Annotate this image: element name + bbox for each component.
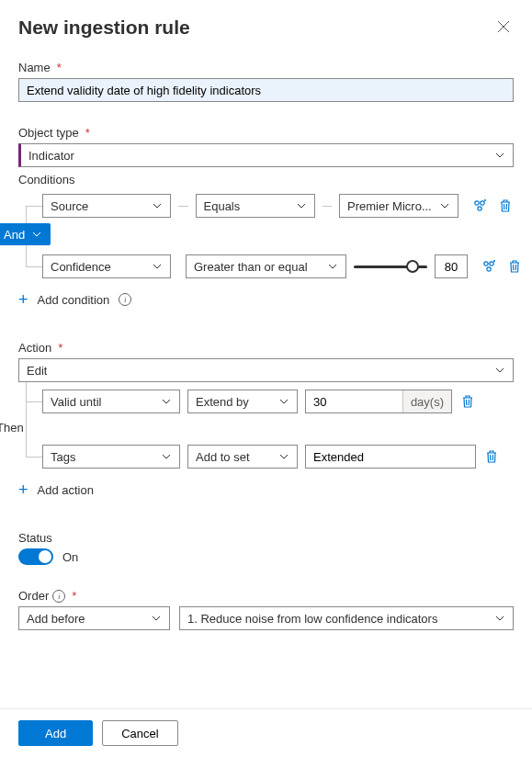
action-value-input[interactable]: day(s)	[305, 390, 452, 413]
svg-point-1	[481, 201, 484, 205]
svg-point-5	[487, 267, 491, 271]
group-icon[interactable]	[471, 198, 488, 214]
add-button[interactable]: Add	[18, 720, 93, 746]
order-reference-select[interactable]: 1. Reduce noise from low confidence indi…	[179, 606, 514, 630]
chevron-down-icon	[296, 200, 307, 211]
add-action-button[interactable]: + Add action	[18, 481, 514, 498]
svg-point-2	[478, 207, 481, 210]
delete-icon[interactable]	[497, 198, 514, 214]
plus-icon: +	[18, 291, 28, 308]
action-mode-select[interactable]: Extend by	[187, 390, 298, 413]
chevron-down-icon	[32, 232, 41, 237]
order-label: Order i *	[18, 589, 514, 603]
action-field-select[interactable]: Tags	[42, 445, 180, 469]
status-toggle[interactable]	[18, 548, 53, 565]
object-type-label: Object type*	[18, 126, 514, 140]
confidence-value-input[interactable]	[435, 254, 468, 278]
chevron-down-icon	[439, 200, 450, 211]
action-select[interactable]: Edit	[18, 358, 514, 382]
svg-point-0	[475, 201, 479, 205]
info-icon[interactable]: i	[119, 293, 131, 306]
action-field-select[interactable]: Valid until	[42, 390, 180, 413]
close-icon	[497, 20, 510, 33]
info-icon[interactable]: i	[52, 590, 65, 603]
svg-point-4	[490, 262, 493, 266]
chevron-down-icon	[327, 261, 338, 272]
condition-operator-select[interactable]: Equals	[196, 194, 315, 218]
chevron-down-icon	[494, 365, 505, 376]
condition-value-select[interactable]: Premier Micro...	[339, 194, 458, 218]
condition-field-select[interactable]: Confidence	[42, 254, 171, 278]
cancel-button[interactable]: Cancel	[102, 720, 177, 746]
status-value: On	[62, 550, 78, 564]
name-input[interactable]	[18, 78, 514, 102]
group-icon[interactable]	[481, 258, 497, 275]
object-type-select[interactable]: Indicator	[18, 143, 514, 167]
chevron-down-icon	[152, 261, 163, 272]
svg-point-3	[484, 262, 488, 266]
action-value-input[interactable]	[305, 445, 476, 469]
chevron-down-icon	[152, 200, 163, 211]
add-condition-button[interactable]: + Add condition i	[18, 291, 514, 308]
combinator-pill[interactable]: And	[0, 223, 51, 245]
delete-icon[interactable]	[506, 258, 523, 275]
status-label: Status	[18, 531, 514, 545]
plus-icon: +	[18, 481, 28, 498]
name-label: Name*	[18, 61, 514, 74]
delete-icon[interactable]	[483, 448, 500, 465]
confidence-slider[interactable]	[354, 258, 427, 275]
page-title: New ingestion rule	[18, 17, 514, 39]
delete-icon[interactable]	[459, 393, 476, 410]
close-button[interactable]	[495, 18, 512, 35]
action-mode-select[interactable]: Add to set	[187, 445, 298, 469]
order-position-select[interactable]: Add before	[18, 606, 170, 630]
then-label: Then	[0, 421, 26, 435]
conditions-label: Conditions	[18, 173, 514, 186]
condition-field-select[interactable]: Source	[42, 194, 171, 218]
action-label: Action*	[18, 341, 514, 355]
chevron-down-icon	[494, 150, 505, 161]
condition-operator-select[interactable]: Greater than or equal	[186, 254, 346, 278]
